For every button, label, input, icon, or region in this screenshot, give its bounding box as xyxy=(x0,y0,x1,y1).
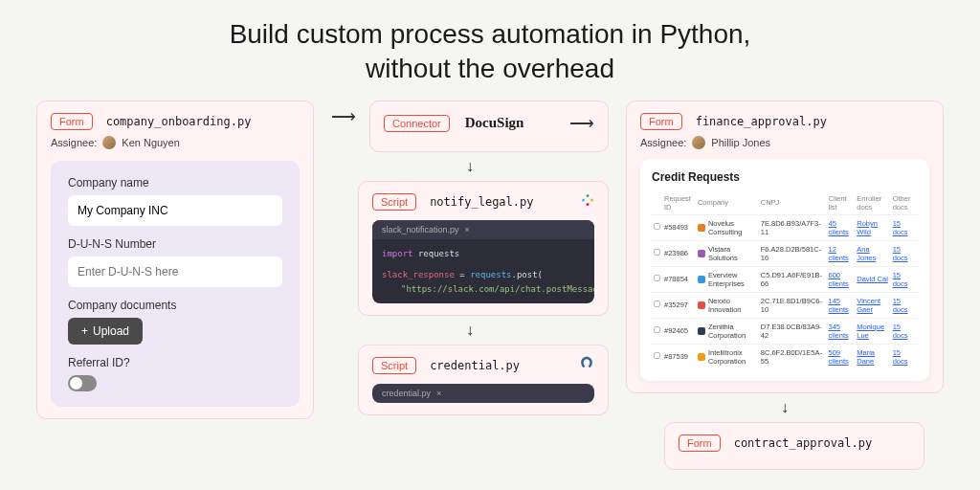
upload-button[interactable]: + Upload xyxy=(68,318,143,345)
referral-label: Referral ID? xyxy=(68,356,282,369)
form-card-onboarding: Form company_onboarding.py Assignee: Ken… xyxy=(36,100,314,419)
script-filename: notify_legal.py xyxy=(430,195,533,209)
company-cell: Everview Enterprises xyxy=(696,266,759,292)
enroller-link[interactable]: Maria Dane xyxy=(857,348,875,366)
enroller-link[interactable]: Vincent Gaer xyxy=(857,297,880,314)
company-cell: Zenithia Corporation xyxy=(696,318,759,344)
table-header: Request ID xyxy=(662,191,696,215)
table-header: CNPJ xyxy=(759,191,827,215)
clients-link[interactable]: 345 clients xyxy=(829,323,849,340)
clients-link[interactable]: 12 clients xyxy=(829,245,849,262)
code-editor: credential.py × xyxy=(372,384,594,403)
assignee-label: Assignee: xyxy=(51,137,97,148)
company-name-label: Company name xyxy=(68,176,282,189)
enroller-link[interactable]: Robyn Wild xyxy=(857,219,878,236)
cnpj-cell: 7E.8D6.B93/A7F3-11 xyxy=(759,214,827,240)
script-card-credential: Script credential.py credential.py × xyxy=(358,345,609,415)
plus-icon: + xyxy=(81,324,88,338)
docs-link[interactable]: 15 docs xyxy=(893,245,908,262)
arrow-right-icon: ⟶ xyxy=(569,113,594,134)
form-panel: Company name D-U-N-S Number Company docu… xyxy=(51,161,300,407)
hero-heading: Build custom process automation in Pytho… xyxy=(0,0,980,100)
docs-link[interactable]: 15 docs xyxy=(893,271,908,288)
cnpj-cell: 8C.6F2.B0D/1E5A-55 xyxy=(759,344,827,369)
checkbox[interactable] xyxy=(654,249,660,256)
script-filename: credential.py xyxy=(430,359,520,372)
script-card-notify: Script notify_legal.py slack_notificatio… xyxy=(358,181,609,316)
checkbox[interactable] xyxy=(654,275,660,281)
referral-toggle[interactable] xyxy=(68,375,97,391)
table-row[interactable]: #92465Zenithia CorporationD7.E38.0CB/83A… xyxy=(652,318,918,344)
table-row[interactable]: #87539Intellitronix Corporation8C.6F2.B0… xyxy=(652,344,918,369)
script-tag: Script xyxy=(372,357,416,374)
enroller-link[interactable]: Monique Lue xyxy=(857,323,884,340)
docs-link[interactable]: 15 docs xyxy=(893,348,908,366)
clients-link[interactable]: 509 clients xyxy=(829,348,849,366)
close-icon: × xyxy=(436,389,441,398)
company-cell: Nexxio Innovation xyxy=(696,292,759,318)
clients-link[interactable]: 600 clients xyxy=(829,271,849,288)
form-tag: Form xyxy=(640,113,682,130)
form-filename: company_onboarding.py xyxy=(106,115,252,128)
company-cell: Vistara Solutions xyxy=(696,240,759,266)
table-row[interactable]: #23986Vistara SolutionsF6.A28.D2B/581C-1… xyxy=(652,240,918,266)
checkbox[interactable] xyxy=(654,352,660,359)
company-name-input[interactable] xyxy=(68,195,282,226)
table-row[interactable]: #58493Novelus Consulting7E.8D6.B93/A7F3-… xyxy=(652,214,918,240)
table-header: Client list xyxy=(827,191,856,215)
assignee-name: Phillip Jones xyxy=(711,137,770,148)
cnpj-cell: F6.A28.D2B/581C-16 xyxy=(759,240,827,266)
enroller-link[interactable]: Ana Jones xyxy=(857,245,876,262)
table-title: Credit Requests xyxy=(652,170,918,184)
clients-link[interactable]: 145 clients xyxy=(829,297,849,314)
checkbox[interactable] xyxy=(654,301,660,307)
hero-line2: without the overhead xyxy=(366,54,614,83)
enroller-link[interactable]: David Cal xyxy=(857,275,888,283)
code-editor: slack_notification.py × import requests … xyxy=(372,220,594,303)
table-header: Enroller docs xyxy=(855,191,890,215)
arrow-down-icon: ↓ xyxy=(466,158,474,174)
connector-tag: Connector xyxy=(384,115,450,132)
workflow-canvas: Form company_onboarding.py Assignee: Ken… xyxy=(0,100,980,470)
arrow-down-icon: ↓ xyxy=(466,322,474,338)
form-tag: Form xyxy=(679,434,721,452)
request-id: #78854 xyxy=(662,266,696,292)
table-row[interactable]: #35297Nexxio Innovation2C.71E.8D1/B9C6-1… xyxy=(652,292,918,318)
code-tab-name: slack_notification.py xyxy=(382,225,459,234)
assignee-name: Ken Nguyen xyxy=(122,137,180,148)
table-header xyxy=(652,191,662,215)
connector-card: Connector DocuSign ⟶ xyxy=(369,100,609,152)
cnpj-cell: D7.E38.0CB/83A9-42 xyxy=(759,318,827,344)
request-id: #23986 xyxy=(662,240,696,266)
hero-line1: Build custom process automation in Pytho… xyxy=(230,19,751,49)
checkbox[interactable] xyxy=(654,326,660,333)
docs-link[interactable]: 15 docs xyxy=(893,219,908,236)
postgres-icon xyxy=(577,355,596,374)
docs-link[interactable]: 15 docs xyxy=(893,297,908,314)
cnpj-cell: 2C.71E.8D1/B9C6-10 xyxy=(759,292,827,318)
form-filename: finance_approval.py xyxy=(696,115,827,128)
request-id: #87539 xyxy=(662,344,696,369)
script-tag: Script xyxy=(372,193,416,211)
duns-label: D-U-N-S Number xyxy=(68,237,282,251)
form-filename: contract_approval.py xyxy=(734,436,873,450)
duns-input[interactable] xyxy=(68,256,282,287)
request-id: #58493 xyxy=(662,214,696,240)
table-row[interactable]: #78854Everview EnterprisesC5.D91.A6F/E91… xyxy=(652,266,918,292)
slack-icon xyxy=(579,191,596,209)
docs-label: Company documents xyxy=(68,299,282,312)
arrow-right-icon: ⟶ xyxy=(331,106,356,127)
docs-link[interactable]: 15 docs xyxy=(893,323,908,340)
form-card-finance: Form finance_approval.py Assignee: Phill… xyxy=(626,100,944,393)
svg-rect-0 xyxy=(582,198,585,201)
close-icon: × xyxy=(465,225,470,234)
company-cell: Intellitronix Corporation xyxy=(696,344,759,369)
svg-rect-3 xyxy=(587,203,590,206)
credit-requests-table: Credit Requests Request IDCompanyCNPJCli… xyxy=(640,159,929,381)
assignee-label: Assignee: xyxy=(640,137,686,148)
clients-link[interactable]: 45 clients xyxy=(829,219,849,236)
table-header: Other docs xyxy=(891,191,918,215)
arrow-down-icon: ↓ xyxy=(781,399,789,415)
checkbox[interactable] xyxy=(654,223,660,230)
avatar xyxy=(692,136,705,149)
